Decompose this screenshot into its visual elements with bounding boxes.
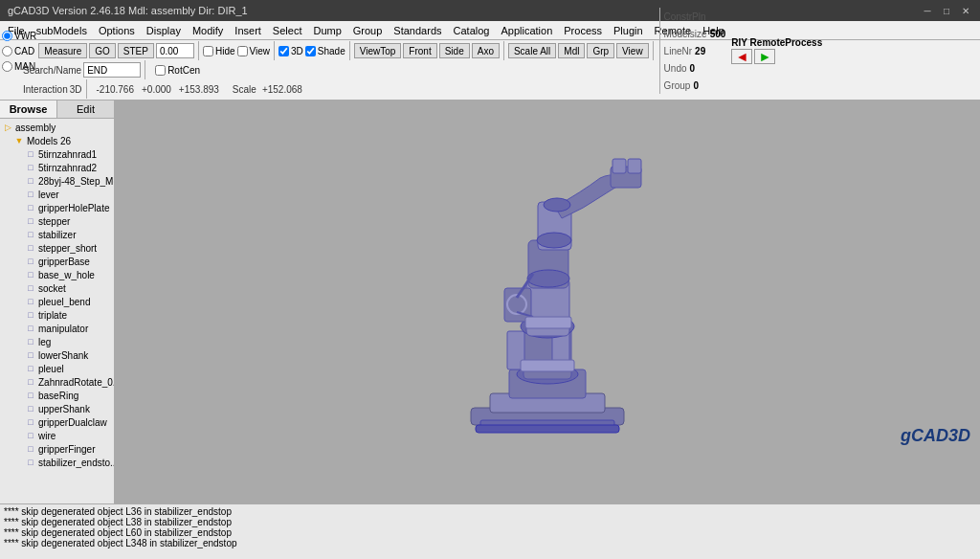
list-item[interactable]: □ZahnradRotate_0.2... [0, 375, 114, 389]
step-button[interactable]: STEP [118, 43, 154, 58]
sidebar-tree: ▷ assembly ▼ Models 26 □5tirnzahnrad1□5t… [0, 119, 114, 503]
menu-item-process[interactable]: Process [558, 21, 608, 39]
grp-button[interactable]: Grp [587, 43, 614, 58]
list-item[interactable]: □stabilizer_endsto... [0, 456, 114, 469]
toolbar-area: VWR CAD MAN Measure GO STEP 0.00 Hide [0, 40, 980, 101]
status-line: **** skip degenerated object L38 in stab… [4, 517, 976, 527]
tab-edit[interactable]: Edit [57, 101, 114, 118]
maximize-button[interactable]: □ [940, 4, 953, 17]
window-controls[interactable]: ─ □ ✕ [921, 4, 972, 17]
step-value-input[interactable]: 0.00 [156, 43, 194, 58]
part-icon: □ [25, 269, 36, 280]
tree-models-label: Models 26 [27, 136, 71, 146]
list-item[interactable]: □manipulator [0, 322, 114, 335]
status-lines: **** skip degenerated object L36 in stab… [4, 506, 976, 548]
menu-item-plugin[interactable]: Plugin [608, 21, 649, 39]
measure-button[interactable]: Measure [38, 43, 87, 58]
list-item[interactable]: □5tirnzahnrad2 [0, 161, 114, 174]
list-item[interactable]: □wire [0, 429, 114, 442]
go-button[interactable]: GO [89, 43, 116, 58]
3d-shade-section: 3D Shade [278, 41, 350, 60]
side-button[interactable]: Side [439, 43, 470, 58]
cad-radio[interactable] [2, 46, 12, 56]
menu-item-options[interactable]: Options [93, 21, 141, 39]
list-item[interactable]: □base_w_hole [0, 268, 114, 281]
model-size-row: Modelsize 500 [664, 25, 726, 42]
tree-item-label: socket [38, 283, 66, 294]
tree-item-label: gripperDualclaw [38, 417, 107, 428]
menu-item-submodels[interactable]: subModels [31, 21, 93, 39]
tree-items-container: □5tirnzahnrad1□5tirnzahnrad2□28byj-48_St… [0, 147, 114, 469]
menu-item-display[interactable]: Display [141, 21, 187, 39]
line-nr-label: LineNr [664, 46, 692, 56]
tree-root[interactable]: ▷ assembly [0, 121, 114, 134]
view-top-button[interactable]: ViewTop [354, 43, 402, 58]
list-item[interactable]: □lever [0, 188, 114, 201]
svg-point-14 [544, 198, 570, 212]
scale-all-button[interactable]: Scale All [508, 43, 556, 58]
menu-item-group[interactable]: Group [347, 21, 389, 39]
vwr-label: VWR [14, 31, 36, 41]
svg-rect-21 [525, 317, 571, 328]
list-item[interactable]: □gripperBase [0, 255, 114, 268]
vwr-radio[interactable] [2, 31, 12, 41]
sidebar-tabs: Browse Edit [0, 101, 114, 119]
list-item[interactable]: □upperShank [0, 402, 114, 415]
menu-item-catalog[interactable]: Catalog [448, 21, 496, 39]
menu-item-modify[interactable]: Modify [187, 21, 229, 39]
menu-item-dump[interactable]: Dump [307, 21, 346, 39]
scale-group-section: Scale All Mdl Grp View [508, 41, 654, 60]
tab-browse[interactable]: Browse [0, 101, 57, 118]
3d-checkbox[interactable] [278, 46, 289, 56]
list-item[interactable]: □pleuel [0, 362, 114, 375]
list-item[interactable]: □gripperFinger [0, 442, 114, 456]
part-icon: □ [25, 148, 36, 160]
3d-checkbox-group: 3D [278, 46, 303, 56]
search-input[interactable] [83, 62, 141, 78]
list-item[interactable]: □gripperHolePlate [0, 201, 114, 214]
part-icon: □ [25, 430, 36, 441]
remote-process-label: RemoteProcess [750, 37, 823, 48]
list-item[interactable]: □gripperDualclaw [0, 415, 114, 429]
list-item[interactable]: □baseRing [0, 389, 114, 402]
list-item[interactable]: □leg [0, 335, 114, 348]
list-item[interactable]: □triplate [0, 308, 114, 322]
menu-item-application[interactable]: Application [495, 21, 558, 39]
list-item[interactable]: □lowerShank [0, 348, 114, 362]
svg-point-11 [527, 270, 569, 287]
menu-bar: FilesubModelsOptionsDisplayModifyInsertS… [0, 21, 980, 40]
close-button[interactable]: ✕ [959, 4, 972, 17]
main-content: Browse Edit ▷ assembly ▼ Models 26 □5tir… [0, 101, 980, 503]
rot-cen-checkbox[interactable] [155, 65, 166, 76]
coord-x: -210.766 [97, 84, 134, 95]
mdl-button[interactable]: Mdl [558, 43, 585, 58]
viewport[interactable]: gCAD3D [115, 101, 980, 503]
hide-checkbox[interactable] [203, 46, 213, 56]
axo-button[interactable]: Axo [472, 43, 500, 58]
tree-models-group[interactable]: ▼ Models 26 [0, 134, 114, 147]
view-checkbox[interactable] [237, 46, 248, 56]
list-item[interactable]: □stepper [0, 214, 114, 228]
list-item[interactable]: □socket [0, 281, 114, 295]
vwr-radio-row[interactable]: VWR [2, 28, 36, 43]
list-item[interactable]: □5tirnzahnrad1 [0, 147, 114, 161]
menu-item-standards[interactable]: Standards [388, 21, 447, 39]
minimize-button[interactable]: ─ [921, 4, 934, 17]
list-item[interactable]: □28byj-48_Step_Mo... [0, 174, 114, 188]
view-btn[interactable]: View [616, 43, 649, 58]
part-icon: □ [25, 363, 36, 374]
line-nr-row: LineNr 29 [664, 42, 726, 59]
shade-checkbox[interactable] [305, 46, 316, 56]
list-item[interactable]: □stepper_short [0, 241, 114, 255]
list-item[interactable]: □pleuel_bend [0, 295, 114, 308]
part-icon: □ [25, 336, 36, 347]
menu-item-select[interactable]: Select [267, 21, 308, 39]
cad-radio-row[interactable]: CAD [2, 43, 36, 58]
tree-item-label: pleuel_bend [38, 297, 91, 307]
toolbar-row3: Interaction 3D -210.766 +0.000 +153.893 … [0, 79, 980, 99]
front-button[interactable]: Front [403, 43, 436, 58]
view-checkbox-group: View [237, 46, 271, 56]
menu-item-insert[interactable]: Insert [229, 21, 267, 39]
list-item[interactable]: □stabilizer [0, 228, 114, 241]
part-icon: □ [25, 349, 36, 361]
